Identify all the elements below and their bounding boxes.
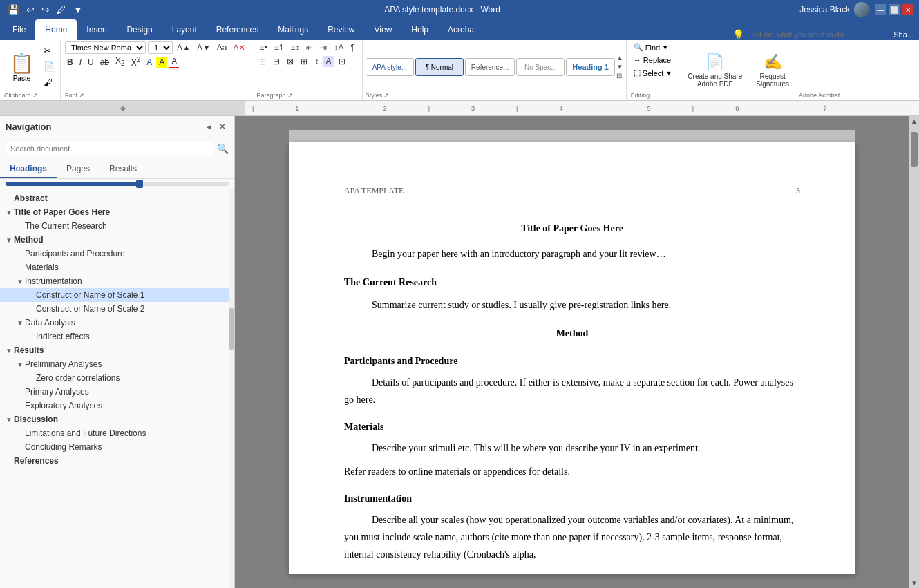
tab-help[interactable]: Help <box>401 19 438 40</box>
justify-btn[interactable]: ⊞ <box>298 55 310 68</box>
paste-button[interactable]: 📋 Paste <box>4 41 39 92</box>
select-button[interactable]: ⬚ Select ▼ <box>631 67 675 79</box>
increase-indent-btn[interactable]: ⇥ <box>317 41 330 54</box>
maximize-btn[interactable]: ⬜ <box>889 4 900 15</box>
undo-btn[interactable]: ↩ <box>24 4 37 15</box>
styles-scroll-up[interactable]: ▲ <box>616 54 623 61</box>
qa-more-btn[interactable]: ▼ <box>71 4 85 15</box>
style-normal[interactable]: ¶ Normal <box>415 58 464 76</box>
tree-item-15[interactable]: Exploratory Analyses <box>0 399 234 412</box>
paragraph-expand[interactable]: ↗ <box>287 92 293 99</box>
nav-tab-headings[interactable]: Headings <box>0 160 57 178</box>
tab-review[interactable]: Review <box>318 19 364 40</box>
document-area[interactable]: APA TEMPLATE 3 Title of Paper Goes Here … <box>235 116 909 588</box>
borders-btn[interactable]: ⊡ <box>336 55 348 68</box>
tree-item-5[interactable]: Materials <box>0 260 234 274</box>
doc-para-materials-1[interactable]: Describe your stimuli etc. This will be … <box>344 439 800 457</box>
clipboard-expand[interactable]: ↗ <box>32 92 38 99</box>
show-hide-btn[interactable]: ¶ <box>348 41 357 54</box>
doc-scroll-thumb[interactable] <box>911 132 918 167</box>
doc-para-instrumentation[interactable]: Describe all your scales (how you operat… <box>344 511 800 564</box>
scroll-down-btn[interactable]: ▼ <box>911 579 918 587</box>
style-reference[interactable]: Reference... <box>465 58 515 76</box>
tree-arrow[interactable]: ▼ <box>17 278 25 285</box>
scroll-up-btn[interactable]: ▲ <box>911 117 918 125</box>
tab-insert[interactable]: Insert <box>77 19 117 40</box>
nav-progress-thumb[interactable] <box>136 180 143 188</box>
tree-arrow[interactable]: ▼ <box>6 209 14 216</box>
shading-btn[interactable]: A <box>323 56 334 67</box>
highlight-btn[interactable]: A <box>156 57 167 68</box>
redo-btn[interactable]: ↪ <box>39 4 52 15</box>
font-family-select[interactable]: Times New Roma <box>65 41 146 54</box>
style-heading1[interactable]: Heading 1 <box>566 58 615 76</box>
tree-item-6[interactable]: ▼Instrumentation <box>0 274 234 288</box>
tree-item-8[interactable]: Construct or Name of Scale 2 <box>0 302 234 316</box>
format-painter-button[interactable]: 🖌 <box>44 77 55 88</box>
increase-font-btn[interactable]: A▲ <box>175 42 193 53</box>
customize-btn[interactable]: 🖊 <box>55 4 68 15</box>
line-spacing-btn[interactable]: ↕ <box>312 55 321 68</box>
multilevel-btn[interactable]: ≡↕ <box>287 41 302 54</box>
tree-item-9[interactable]: ▼Data Analysis <box>0 316 234 330</box>
numbering-btn[interactable]: ≡1 <box>272 41 287 54</box>
tab-mailings[interactable]: Mailings <box>268 19 318 40</box>
tree-item-7[interactable]: Construct or Name of Scale 1 <box>0 288 234 302</box>
tree-item-13[interactable]: Zero order correlations <box>0 371 234 385</box>
strikethrough-button[interactable]: ab <box>98 57 111 68</box>
tree-item-4[interactable]: Participants and Procedure <box>0 247 234 260</box>
share-btn[interactable]: Sha... <box>893 30 913 39</box>
tell-me-input[interactable] <box>750 30 888 39</box>
decrease-indent-btn[interactable]: ⇤ <box>303 41 316 54</box>
tree-item-1[interactable]: ▼Title of Paper Goes Here <box>0 205 234 219</box>
change-case-btn[interactable]: Aa <box>215 42 229 53</box>
styles-expand[interactable]: ↗ <box>383 92 389 99</box>
request-signatures-button[interactable]: ✍ RequestSignatures <box>752 51 793 90</box>
text-effects-btn[interactable]: A <box>144 57 154 68</box>
close-btn[interactable]: ✕ <box>902 4 913 15</box>
align-center-btn[interactable]: ⊟ <box>270 55 283 68</box>
tab-references[interactable]: References <box>207 19 268 40</box>
decrease-font-btn[interactable]: A▼ <box>195 42 213 53</box>
clear-format-btn[interactable]: A✕ <box>231 42 247 53</box>
tree-item-10[interactable]: Indirect effects <box>0 330 234 343</box>
nav-close-btn[interactable]: ✕ <box>216 120 229 133</box>
tree-item-14[interactable]: Primary Analyses <box>0 385 234 399</box>
style-nospace[interactable]: No Spac... <box>516 58 565 76</box>
tree-item-17[interactable]: Limitations and Future Directions <box>0 426 234 440</box>
tree-arrow[interactable]: ▼ <box>17 361 25 368</box>
cut-button[interactable]: ✂ <box>44 46 55 56</box>
tree-item-18[interactable]: Concluding Remarks <box>0 440 234 454</box>
tree-item-3[interactable]: ▼Method <box>0 233 234 247</box>
italic-button[interactable]: I <box>77 57 84 68</box>
search-input[interactable] <box>6 142 214 155</box>
styles-scroll-down[interactable]: ▼ <box>616 63 623 70</box>
find-button[interactable]: 🔍 Find ▼ <box>631 41 675 53</box>
tab-layout[interactable]: Layout <box>162 19 207 40</box>
doc-para-materials-2[interactable]: Refer readers to online materials or app… <box>344 463 800 480</box>
tab-view[interactable]: View <box>365 19 402 40</box>
tab-file[interactable]: File <box>3 19 35 40</box>
replace-button[interactable]: ↔ Replace <box>631 55 675 66</box>
nav-scroll-thumb[interactable] <box>229 308 234 350</box>
underline-button[interactable]: U <box>86 57 96 68</box>
doc-para-current-research[interactable]: Summarize current study or studies. I us… <box>344 296 800 314</box>
bullets-btn[interactable]: ≡• <box>256 41 269 54</box>
font-expand[interactable]: ↗ <box>79 92 84 99</box>
copy-button[interactable]: 📄 <box>44 61 55 72</box>
nav-tab-results[interactable]: Results <box>100 160 146 178</box>
tree-item-19[interactable]: References <box>0 454 234 468</box>
align-left-btn[interactable]: ⊡ <box>256 55 269 68</box>
tree-arrow[interactable]: ▼ <box>6 416 14 424</box>
styles-more[interactable]: ⊡ <box>616 72 623 79</box>
tree-arrow[interactable]: ▼ <box>17 319 25 327</box>
tab-acrobat[interactable]: Acrobat <box>438 19 486 40</box>
style-apa[interactable]: APA style... <box>366 58 414 76</box>
create-share-button[interactable]: 📄 Create and ShareAdobe PDF <box>683 51 746 90</box>
tree-item-12[interactable]: ▼Preliminary Analyses <box>0 357 234 371</box>
bold-button[interactable]: B <box>65 57 75 68</box>
doc-intro[interactable]: Begin your paper here with an introducto… <box>344 245 800 263</box>
tree-item-16[interactable]: ▼Discussion <box>0 412 234 426</box>
tree-item-2[interactable]: The Current Research <box>0 219 234 233</box>
tab-design[interactable]: Design <box>117 19 162 40</box>
